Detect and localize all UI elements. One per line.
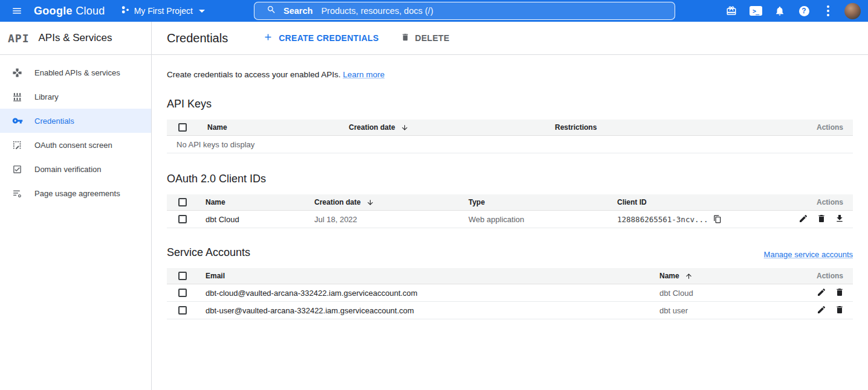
more-vert-dots [827, 5, 829, 16]
oauth-client-creation-date: Jul 18, 2022 [314, 215, 468, 224]
help-icon[interactable]: ? [792, 0, 816, 22]
column-header-label: Creation date [314, 198, 361, 206]
column-header-type[interactable]: Type [468, 198, 617, 206]
gift-icon[interactable] [719, 0, 743, 22]
key-icon [0, 115, 34, 126]
row-checkbox[interactable] [178, 306, 187, 315]
download-icon[interactable] [835, 214, 844, 225]
google-cloud-logo[interactable]: Google Cloud [34, 5, 105, 18]
intro-text-line: Create credentials to access your enable… [167, 70, 853, 79]
project-selector[interactable]: My First Project [117, 5, 209, 16]
search-input[interactable]: Search Products, resources, docs (/) [254, 2, 675, 20]
sidebar-item-oauth-consent[interactable]: OAuth consent screen [0, 133, 151, 157]
topbar-actions: >_ ? [719, 0, 864, 22]
main-content: Credentials CREATE CREDENTIALS DELETE Cr… [152, 22, 868, 390]
row-actions [817, 305, 853, 316]
select-all-checkbox[interactable] [178, 198, 187, 206]
page-title: Credentials [167, 31, 228, 45]
edit-pencil-icon[interactable] [798, 214, 808, 225]
sidebar-item-page-usage-agreements[interactable]: Page usage agreements [0, 181, 151, 205]
oauth-section-header: OAuth 2.0 Client IDs [167, 173, 853, 185]
menu-icon[interactable] [0, 0, 34, 22]
table-row: dbt-cloud@vaulted-arcana-332422.iam.gser… [167, 284, 853, 302]
column-header-actions: Actions [817, 123, 853, 132]
search-placeholder: Products, resources, docs (/) [321, 6, 433, 16]
sidebar-item-label: Library [34, 92, 59, 101]
copy-icon[interactable] [713, 215, 722, 223]
oauth-client-name: dbt Cloud [206, 215, 314, 224]
sort-desc-arrow-icon [401, 124, 409, 132]
search-label: Search [283, 6, 313, 16]
column-header-restrictions[interactable]: Restrictions [555, 123, 817, 132]
create-credentials-button[interactable]: CREATE CREDENTIALS [263, 32, 378, 44]
domain-verification-icon [0, 164, 34, 174]
oauth-table-header: Name Creation date Type Client ID Action… [167, 194, 853, 211]
project-icon [121, 5, 130, 16]
column-header-creation-date[interactable]: Creation date [314, 198, 468, 206]
row-select-cell [167, 215, 206, 223]
row-actions [817, 287, 853, 299]
select-all-cell [167, 198, 206, 206]
delete-trash-icon[interactable] [835, 305, 844, 316]
oauth-clients-table: Name Creation date Type Client ID Action… [167, 194, 853, 228]
row-actions [798, 214, 853, 225]
sort-desc-arrow-icon [366, 199, 374, 206]
help-glyph: ? [799, 6, 809, 16]
service-accounts-section-header: Service Accounts Manage service accounts [167, 246, 853, 259]
sidebar-item-label: Domain verification [34, 165, 102, 174]
column-header-actions: Actions [817, 198, 853, 206]
plus-icon [263, 32, 273, 44]
library-icon [0, 92, 34, 102]
sort-asc-arrow-icon [685, 272, 693, 280]
enabled-apis-icon [0, 68, 34, 78]
column-header-name[interactable]: Name [659, 272, 817, 280]
row-checkbox[interactable] [178, 215, 187, 223]
page-shell: API APIs & Services Enabled APIs & servi… [0, 22, 868, 390]
trash-icon [401, 33, 410, 43]
column-header-label: Name [659, 272, 679, 280]
column-header-email[interactable]: Email [206, 272, 659, 280]
select-all-cell [167, 123, 207, 132]
manage-service-accounts-link[interactable]: Manage service accounts [764, 250, 853, 259]
service-account-name: dbt Cloud [659, 289, 817, 298]
api-keys-table-header: Name Creation date Restrictions Actions [167, 120, 853, 136]
more-vert-icon[interactable] [816, 0, 840, 22]
delete-trash-icon[interactable] [835, 287, 844, 299]
sidebar: API APIs & Services Enabled APIs & servi… [0, 22, 152, 390]
sidebar-item-enabled-apis[interactable]: Enabled APIs & services [0, 60, 151, 85]
row-checkbox[interactable] [178, 289, 187, 297]
delete-button[interactable]: DELETE [401, 33, 450, 43]
oauth-client-type: Web application [468, 215, 617, 224]
column-header-name[interactable]: Name [206, 198, 314, 206]
content-area: Create credentials to access your enable… [152, 70, 868, 319]
cloud-shell-icon[interactable]: >_ [743, 0, 768, 22]
sidebar-nav: Enabled APIs & services Library Credenti… [0, 55, 151, 205]
sidebar-header: API APIs & Services [0, 22, 151, 55]
column-header-actions: Actions [817, 272, 853, 280]
sidebar-item-library[interactable]: Library [0, 85, 151, 109]
notifications-bell-icon[interactable] [768, 0, 792, 22]
chevron-down-icon [199, 10, 205, 13]
row-select-cell [167, 306, 206, 315]
oauth-client-id-value: 128886265561-3ncv... [617, 215, 708, 224]
table-row: dbt Cloud Jul 18, 2022 Web application 1… [167, 211, 853, 228]
select-all-checkbox[interactable] [178, 123, 187, 132]
sidebar-item-credentials[interactable]: Credentials [0, 109, 151, 133]
avatar [844, 3, 861, 19]
column-header-client-id[interactable]: Client ID [617, 198, 817, 206]
top-app-bar: Google Cloud My First Project Search Pro… [0, 0, 868, 22]
column-header-creation-date[interactable]: Creation date [349, 123, 555, 132]
column-header-name[interactable]: Name [207, 123, 349, 132]
api-keys-title: API Keys [167, 98, 212, 110]
edit-pencil-icon[interactable] [817, 287, 826, 299]
api-keys-empty-text: No API keys to display [167, 140, 254, 149]
edit-pencil-icon[interactable] [817, 305, 826, 316]
column-header-label: Creation date [349, 123, 395, 132]
account-avatar-button[interactable] [840, 0, 864, 22]
sidebar-item-domain-verification[interactable]: Domain verification [0, 157, 151, 181]
service-accounts-table: Email Name Actions dbt-cloud@vaulted-arc… [167, 268, 853, 319]
learn-more-link[interactable]: Learn more [343, 70, 384, 79]
select-all-checkbox[interactable] [178, 272, 187, 280]
delete-trash-icon[interactable] [817, 214, 826, 225]
table-row: dbt-user@vaulted-arcana-332422.iam.gserv… [167, 302, 853, 319]
